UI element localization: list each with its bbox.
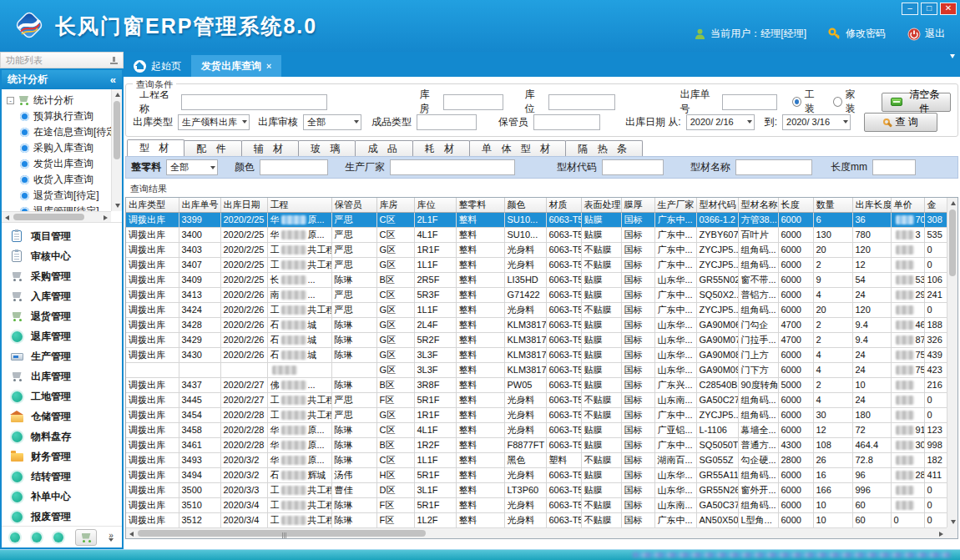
length-input[interactable] [872,159,916,175]
date-from-picker[interactable]: 2020/ 2/16 [686,114,755,130]
product-type-input[interactable] [417,114,477,130]
more-modules-button[interactable]: » [109,532,114,542]
column-header[interactable]: 颜色 [504,198,546,212]
material-tab[interactable]: 配 件 [184,140,241,156]
color-input[interactable] [260,159,328,175]
tree-horizontal-scrollbar[interactable] [2,211,111,222]
sidebar-item-clipboard-blue[interactable]: 项目管理 [10,226,122,246]
grid-horizontal-scrollbar[interactable] [126,527,947,538]
column-header[interactable]: 数量 [813,198,852,212]
column-header[interactable]: 出库长度 [852,198,891,212]
column-header[interactable]: 长度 [778,198,813,212]
scroll-left-icon[interactable] [126,528,137,539]
table-row[interactable]: 调拨出库34612020/2/28华原...陈琳B区1R2F整料F8877FT6… [126,437,947,452]
table-row[interactable]: 调拨出库34032020/2/25工共工程严思G区1R1F整料光身料6063-T… [126,242,947,257]
table-row[interactable]: 调拨出库34002020/2/25华原...严思C区4L1F整料SU10...6… [126,227,947,242]
column-header[interactable]: 出库单号 [179,198,220,212]
column-header[interactable]: 库位 [414,198,456,212]
column-header[interactable]: 整零料 [456,198,504,212]
column-header[interactable]: 型材名称 [738,198,778,212]
collapse-icon[interactable]: « [110,73,116,86]
clear-conditions-button[interactable]: 清空条件 [882,93,951,112]
whole-select[interactable]: 全部 [166,159,218,175]
module-dot-icon[interactable] [53,532,63,542]
material-tab[interactable]: 型 材 [127,139,184,156]
sidebar-item-dot[interactable]: 工地管理 [10,386,122,406]
material-tab[interactable]: 玻 璃 [298,140,356,156]
radio-jiazhuang[interactable]: 家装 [833,88,864,116]
sidebar-tree-item[interactable]: 退库管理[待定] [7,204,111,211]
scroll-left-icon[interactable] [2,212,13,223]
audit-select[interactable]: 全部 [303,114,361,130]
material-tab[interactable]: 隔 热 条 [565,140,643,156]
table-row[interactable]: 调拨出库34092020/2/25长...陈琳B区2R5F整料LI35HD606… [126,272,947,287]
column-header[interactable]: 单价 [891,198,924,212]
search-button[interactable]: 查 询 [864,113,937,132]
column-header[interactable]: 膜厚 [621,198,654,212]
column-header[interactable]: 保管员 [331,198,376,212]
table-row[interactable]: 调拨出库33992020/2/25华原...严思C区2L1F整料SU10...6… [126,212,947,227]
sidebar-tree-item[interactable]: 退货查询[待定] [7,188,111,204]
column-header[interactable]: 材质 [546,198,581,212]
pin-icon[interactable] [110,57,118,64]
scrollbar-thumb[interactable] [114,101,120,159]
sidebar-item-cart-gray[interactable]: 入库管理 [10,286,122,306]
scrollbar-thumb[interactable] [138,530,426,537]
column-header[interactable]: 库房 [376,198,414,212]
table-row[interactable]: 调拨出库34942020/3/2石辉城汤伟H区5R1F整料光身料6063-T5贴… [126,467,947,482]
minimize-button[interactable]: – [902,3,918,15]
column-header[interactable]: 出库类型 [126,198,179,212]
radio-gongzhuang[interactable]: 工装 [792,88,823,116]
sidebar-item-folder[interactable]: 财务管理 [10,446,122,467]
table-row[interactable]: 调拨出库34282020/2/26石城陈琳G区2L4F整料KLM38176063… [126,317,947,332]
location-input[interactable] [548,94,615,110]
material-tab[interactable]: 耗 材 [412,140,470,156]
logout-button[interactable]: 退出 [907,27,945,41]
table-row[interactable]: 调拨出库34292020/2/26石城陈琳G区5R2F整料KLM38176063… [126,332,947,347]
project-name-input[interactable] [181,94,327,110]
maximize-button[interactable]: □ [921,3,937,15]
table-row[interactable]: 调拨出库35102020/3/4工共工程陈琳F区5R1F整料光身料6063-T5… [126,497,947,512]
table-row[interactable]: 调拨出库35122020/3/4工共工程陈琳F区1L2F整料光身料6063-T5… [126,512,947,527]
column-header[interactable]: 型材代码 [696,198,738,212]
tab-list-dropdown-icon[interactable] [950,58,955,70]
table-row[interactable]: 调拨出库34132020/2/26南...严思C区5R3F整料G71422606… [126,287,947,302]
module-dot-icon[interactable] [10,532,20,542]
material-tab[interactable]: 成 品 [355,140,412,156]
section-header[interactable]: 统计分析 « [2,70,122,89]
column-header[interactable]: 表面处理 [581,198,621,212]
scroll-right-icon[interactable] [100,212,111,223]
scroll-down-icon[interactable] [112,200,122,211]
table-row[interactable]: 调拨出库34302020/2/26石城陈琳G区3L3F整料KLM38176063… [126,347,947,362]
tree-root[interactable]: - 统计分析 [7,92,111,108]
sidebar-tree-item[interactable]: 采购入库查询 [7,140,111,156]
sidebar-item-clipboard[interactable]: 审核中心 [10,246,122,266]
table-row[interactable]: 调拨出库34582020/2/28华原...陈琳C区4L1F整料光身料6063-… [126,422,947,437]
radio-off-icon[interactable] [833,97,842,107]
sidebar-item-dot[interactable]: 补单中心 [10,487,122,507]
code-input[interactable] [602,159,664,175]
sidebar-tree-item[interactable]: 在途信息查询[待定] [7,124,111,140]
sidebar-item-dot[interactable]: 报废管理 [10,507,122,526]
sidebar-tree-item[interactable]: 收货入库查询 [7,172,111,188]
date-to-picker[interactable]: 2020/ 3/16 [782,114,851,130]
mfr-input[interactable] [390,159,515,175]
scroll-up-icon[interactable] [112,89,122,100]
tab-shipment-outbound-query[interactable]: 发货出库查询 × [191,55,281,77]
sidebar-item-cart-gray[interactable]: 采购管理 [10,266,122,286]
room-input[interactable] [443,94,503,110]
sidebar-item-cart-green[interactable]: 退货管理 [10,306,122,326]
table-row[interactable]: 调拨出库35002020/3/3工共工程曹佳D区3L1F整料LT3P606063… [126,482,947,497]
sidebar-item-house[interactable]: 仓储管理 [10,406,122,426]
sidebar-item-machine[interactable]: 生产管理 [10,346,122,366]
change-password-button[interactable]: 修改密码 [828,27,886,41]
sidebar-tree-item[interactable]: 预算执行查询 [7,108,111,124]
scrollbar-thumb[interactable] [13,214,84,220]
column-header[interactable]: 出库日期 [220,198,267,212]
out-type-select[interactable]: 生产领料出库 [178,114,250,130]
sidebar-item-dot[interactable]: 退库管理 [10,326,122,346]
scrollbar-thumb[interactable] [949,209,956,276]
table-row[interactable]: 调拨出库34072020/2/25工共工程严思G区1L1F整料光身料6063-T… [126,257,947,272]
table-row[interactable]: 调拨出库34932020/3/2华原...陈琳C区1L1F整料黑色塑料不贴膜国标… [126,452,947,467]
table-row[interactable]: 调拨出库34372020/2/27佛...陈琳B区3R8F整料PW056063-… [126,377,947,392]
